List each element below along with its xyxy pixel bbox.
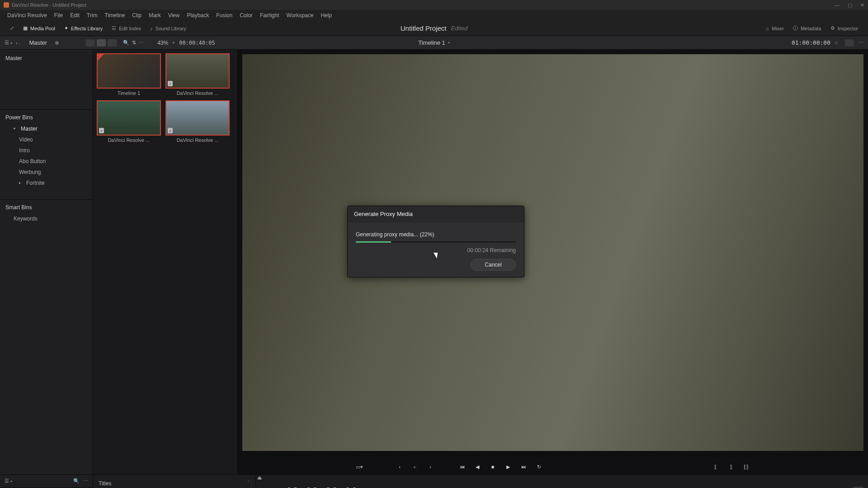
- media-pool-toggle[interactable]: ▦ Media Pool: [19, 23, 60, 33]
- smart-bins-label: Smart Bins: [0, 202, 93, 213]
- arrow-tool-icon[interactable]: ↖: [398, 487, 409, 488]
- view-thumb-icon[interactable]: [86, 39, 95, 47]
- next-clip-icon[interactable]: ⏭: [519, 463, 528, 471]
- menu-edit[interactable]: Edit: [66, 12, 83, 19]
- lock-icon[interactable]: 🔒: [568, 487, 579, 488]
- menu-fusion[interactable]: Fusion: [212, 12, 236, 19]
- bin-dropdown-2[interactable]: ☰ ▾: [5, 478, 12, 484]
- minimize-button[interactable]: —: [835, 2, 840, 8]
- menu-help[interactable]: Help: [317, 12, 335, 19]
- bin-item-fortnite[interactable]: Fortnite: [0, 178, 93, 188]
- expand-button[interactable]: ⤢: [5, 23, 19, 33]
- sound-library-toggle[interactable]: ♪ Sound Library: [146, 24, 191, 33]
- timeline-name[interactable]: Timeline 1: [418, 39, 445, 46]
- effects-more-icon[interactable]: ⋯: [83, 478, 88, 484]
- timeline-viewer[interactable]: ▭▾ ‹ ‹· › ⏮ ◀ ■ ▶ ⏭ ↻ ⟦ ⟧ ⟦⟧: [238, 50, 868, 474]
- cancel-button[interactable]: Cancel: [471, 259, 516, 271]
- nav-prev-icon[interactable]: ‹: [396, 463, 404, 471]
- power-master-bin[interactable]: Master: [0, 123, 93, 134]
- stop-icon[interactable]: ■: [489, 463, 497, 471]
- clip-1[interactable]: ♪DaVinci Resolve ...: [165, 53, 230, 96]
- effects-search-icon[interactable]: 🔍: [73, 478, 80, 484]
- blade-tool-icon[interactable]: ▬: [447, 487, 458, 488]
- dialog-title: Generate Proxy Media: [348, 206, 524, 222]
- clip-3[interactable]: ♪DaVinci Resolve ...: [165, 100, 230, 143]
- bin-item-abo-button[interactable]: Abo Button: [0, 156, 93, 167]
- insert-icon[interactable]: ⇤: [475, 487, 486, 488]
- volume-icon[interactable]: 🔊: [798, 487, 809, 488]
- menu-trim[interactable]: Trim: [83, 12, 101, 19]
- view-list-icon[interactable]: [108, 39, 117, 47]
- nav-in-icon[interactable]: ‹·: [411, 463, 419, 471]
- link-icon[interactable]: 🔗: [552, 487, 562, 488]
- mouse-cursor: [435, 251, 440, 258]
- replace-icon[interactable]: ⟲▭: [507, 487, 518, 488]
- dim-toggle[interactable]: DIM: [853, 487, 863, 488]
- sort-icon[interactable]: ⇅: [132, 40, 136, 46]
- zoom-minus[interactable]: −: [677, 487, 688, 488]
- trim-tool-icon[interactable]: ⟷: [414, 487, 425, 488]
- metadata-toggle[interactable]: ⓘ Metadata: [788, 23, 826, 33]
- match-frame-icon[interactable]: ▭▾: [356, 464, 363, 470]
- titles-section-label[interactable]: Titles: [99, 480, 111, 487]
- loop-icon[interactable]: ↻: [535, 463, 543, 471]
- menu-mark[interactable]: Mark: [145, 12, 165, 19]
- menu-davinci-resolve[interactable]: DaVinci Resolve: [4, 12, 51, 19]
- menu-workspace[interactable]: Workspace: [283, 12, 317, 19]
- prev-clip-icon[interactable]: ⏮: [458, 463, 466, 471]
- view-grid-icon[interactable]: [97, 39, 106, 47]
- effects-library-toggle[interactable]: ✦ Effects Library: [60, 23, 107, 33]
- viewer-scrubber[interactable]: [242, 451, 863, 456]
- mark-out-icon[interactable]: ⟧: [726, 463, 735, 471]
- bin-item-werbung[interactable]: Werbung: [0, 167, 93, 178]
- tl-view-toggle[interactable]: ▭: [260, 487, 271, 488]
- bin-item-video[interactable]: Video: [0, 134, 93, 145]
- menu-playback[interactable]: Playback: [183, 12, 212, 19]
- mark-in-icon[interactable]: ⟦: [711, 463, 719, 471]
- menu-clip[interactable]: Clip: [128, 12, 145, 19]
- clip-0[interactable]: Timeline 1: [97, 53, 161, 96]
- dynamic-trim-icon[interactable]: ⟲: [430, 487, 441, 488]
- menu-timeline[interactable]: Timeline: [101, 12, 128, 19]
- maximize-button[interactable]: ▢: [848, 2, 852, 8]
- zoom-plus[interactable]: +: [753, 487, 764, 488]
- menu-view[interactable]: View: [165, 12, 184, 19]
- chevron-down-icon[interactable]: ▾: [448, 41, 450, 45]
- nav-back[interactable]: ‹: [16, 40, 18, 46]
- play-icon[interactable]: ▶: [504, 463, 512, 471]
- effects-sidebar: ☰ ▾ 🔍 ⋯ Toolbox Video TransitionsAudio T…: [0, 475, 93, 488]
- nav-fwd[interactable]: ›: [19, 40, 20, 46]
- master-bin[interactable]: Master: [0, 52, 93, 64]
- more-icon[interactable]: ⋯: [139, 40, 144, 46]
- flag-icon[interactable]: ⚑▾: [584, 487, 595, 488]
- menu-fairlight[interactable]: Fairlight: [256, 12, 283, 19]
- bin-item-intro[interactable]: Intro: [0, 145, 93, 156]
- clip-2[interactable]: ♪DaVinci Resolve ...: [97, 100, 161, 143]
- titles-panel: Titles⌃ —Left Lower Third—Middle Lower T…: [93, 475, 256, 488]
- mixer-toggle[interactable]: ♫ Mixer: [761, 23, 788, 33]
- keywords-bin[interactable]: Keywords: [0, 213, 93, 224]
- single-viewer-icon[interactable]: [845, 39, 854, 47]
- menu-file[interactable]: File: [51, 12, 66, 19]
- viewer-more-icon[interactable]: ⋯: [859, 40, 863, 46]
- search-icon[interactable]: 🔍: [123, 40, 129, 46]
- overwrite-icon[interactable]: ⇥: [491, 487, 502, 488]
- marker-icon[interactable]: ●▾: [600, 487, 611, 488]
- reverse-play-icon[interactable]: ◀: [473, 463, 481, 471]
- close-button[interactable]: ✕: [860, 2, 864, 8]
- source-eject-2[interactable]: ⏏: [256, 475, 868, 483]
- nav-next-icon[interactable]: ›: [426, 463, 434, 471]
- menu-color[interactable]: Color: [236, 12, 256, 19]
- bin-dropdown[interactable]: ☰ ▾: [5, 40, 12, 46]
- tl-search-icon[interactable]: 🔍▭: [628, 487, 639, 488]
- dialog-progress: [356, 241, 516, 243]
- viewer-zoom[interactable]: 43%: [157, 40, 168, 46]
- mark-clip-icon[interactable]: ⟦⟧: [742, 463, 750, 471]
- inspector-toggle[interactable]: ⚙ Inspector: [826, 23, 863, 33]
- tl-zoom-in-icon[interactable]: 🔍: [661, 487, 672, 488]
- snap-icon[interactable]: ⊂: [535, 487, 546, 488]
- edit-index-toggle[interactable]: ☰ Edit Index: [107, 23, 146, 33]
- tl-zoom-out-icon[interactable]: ◰: [645, 487, 656, 488]
- lower-panels: ☰ ▾ 🔍 ⋯ Toolbox Video TransitionsAudio T…: [0, 474, 868, 488]
- project-state: Edited: [451, 25, 467, 32]
